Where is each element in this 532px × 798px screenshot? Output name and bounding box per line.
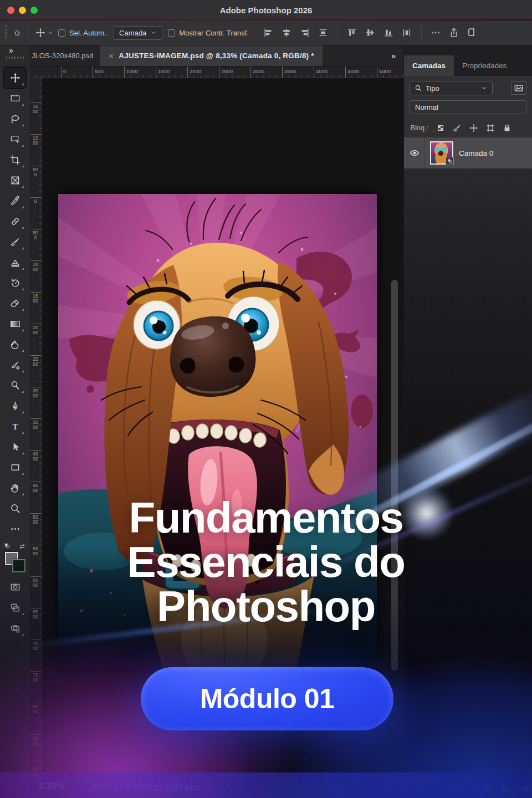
window-title: Adobe Photoshop 2026 xyxy=(0,6,532,15)
zoom-level-field[interactable]: 8.33% xyxy=(39,781,64,791)
align-left-button[interactable] xyxy=(261,25,276,40)
ruler-tick-label: 3000 xyxy=(33,388,38,398)
crop-tool-icon xyxy=(10,155,21,165)
ruler-tick-label: 0 xyxy=(33,199,38,204)
panel-tabs: Camadas Propriedades xyxy=(404,55,532,76)
show-transform-checkbox[interactable] xyxy=(168,29,175,37)
workspace-button[interactable] xyxy=(467,27,474,39)
close-tab-icon[interactable]: × xyxy=(109,51,114,60)
lock-paint-icon[interactable] xyxy=(453,124,462,132)
healing-brush-tool[interactable] xyxy=(4,211,26,232)
status-expand-chevron[interactable]: › xyxy=(207,781,211,793)
distribute-v-icon xyxy=(402,28,412,38)
ruler-tick-label: 8000 xyxy=(33,704,38,714)
gradient-tool[interactable] xyxy=(4,314,26,334)
dodge-tool-icon xyxy=(10,380,21,391)
tools-panel: T xyxy=(0,66,30,798)
share-button[interactable] xyxy=(447,25,462,40)
ruler-tick-label: 1500 xyxy=(33,294,38,304)
layer-row[interactable]: Camada 0 xyxy=(404,137,532,168)
auto-select-checkbox[interactable] xyxy=(58,29,65,37)
path-selection-tool-icon xyxy=(10,442,21,452)
smudge-tool[interactable] xyxy=(4,334,26,355)
ruler-tick xyxy=(30,703,42,703)
align-center-h-button[interactable] xyxy=(279,25,294,40)
object-selection-tool-icon xyxy=(10,134,21,145)
align-bottom-button[interactable] xyxy=(381,25,396,40)
ruler-tick xyxy=(30,450,42,451)
marquee-tool[interactable] xyxy=(4,88,26,109)
ruler-tick xyxy=(30,166,42,166)
object-selection-tool[interactable] xyxy=(4,129,26,150)
ruler-tick xyxy=(30,197,42,198)
mixer-brush-tool[interactable] xyxy=(4,355,26,375)
layer-filter-dropdown[interactable]: Tipo xyxy=(410,81,493,95)
tab-camadas[interactable]: Camadas xyxy=(404,55,454,76)
blend-mode-dropdown[interactable]: Normal xyxy=(410,100,526,114)
lock-transparency-icon[interactable] xyxy=(436,124,445,132)
ruler-tick-label: 3500 xyxy=(33,420,38,430)
slice-tool[interactable] xyxy=(4,170,26,191)
move-tool[interactable] xyxy=(4,68,26,88)
distribute-v-button[interactable] xyxy=(400,25,415,40)
ruler-tick-label: 5000 xyxy=(379,68,391,74)
lock-artboard-icon[interactable] xyxy=(486,124,495,132)
ruler-tick xyxy=(250,66,251,78)
add-mask-icon[interactable] xyxy=(521,784,531,794)
ruler-tick xyxy=(30,292,42,293)
toolbar-header: » xyxy=(0,45,30,66)
more-tabs-button[interactable]: » xyxy=(391,51,396,60)
layers-panel-footer: fx xyxy=(404,779,532,798)
layer-visibility-toggle[interactable] xyxy=(404,137,425,168)
type-tool[interactable]: T xyxy=(4,416,26,437)
dodge-tool[interactable] xyxy=(4,375,26,396)
path-selection-tool[interactable] xyxy=(4,437,26,457)
link-layers-icon[interactable] xyxy=(480,784,490,794)
eyedropper-tool[interactable] xyxy=(4,191,26,211)
move-tool-preset[interactable] xyxy=(33,25,56,40)
tab-active-document[interactable]: × AJUSTES-IMAGEM.psd @ 8,33% (Camada 0, … xyxy=(100,45,322,66)
layer-thumbnail[interactable] xyxy=(430,141,453,165)
ruler-tick xyxy=(219,66,219,78)
separator xyxy=(337,26,338,39)
pen-tool[interactable] xyxy=(4,396,26,416)
align-middle-button[interactable] xyxy=(363,25,378,40)
lock-position-icon[interactable] xyxy=(469,124,478,132)
layer-effects-button[interactable]: fx xyxy=(503,785,509,794)
tab-inactive-label: JLOS-320x480.psd xyxy=(32,52,93,60)
separator xyxy=(254,26,254,39)
align-center-h-icon xyxy=(282,28,291,38)
home-icon[interactable] xyxy=(12,27,23,38)
align-right-button[interactable] xyxy=(298,25,313,40)
auto-select-target-dropdown[interactable]: Camada xyxy=(114,26,162,40)
document-status-bar: 8.33% 5017 px x 7526 px (240 ppi) › xyxy=(0,776,403,798)
rectangle-tool[interactable] xyxy=(4,457,26,478)
mixer-brush-tool-icon xyxy=(10,360,21,370)
layers-panel: Camadas Propriedades Tipo Normal B xyxy=(403,45,532,798)
more-options-button[interactable] xyxy=(428,25,443,40)
ruler-tick xyxy=(314,66,314,78)
course-title: Fundamentos Essenciais do Photoshop xyxy=(0,495,532,628)
separator xyxy=(28,26,28,39)
separator xyxy=(421,26,422,39)
clone-stamp-tool[interactable] xyxy=(4,252,26,273)
eye-icon xyxy=(410,148,420,158)
workspace-icon xyxy=(467,27,474,38)
brush-tool[interactable] xyxy=(4,232,26,252)
tab-inactive-document[interactable]: JLOS-320x480.psd xyxy=(30,45,100,66)
ruler-tick-label: 1000 xyxy=(33,262,38,272)
crop-tool[interactable] xyxy=(4,150,26,170)
ruler-tick xyxy=(30,640,42,640)
history-brush-tool[interactable] xyxy=(4,273,26,293)
lock-all-icon[interactable] xyxy=(503,124,511,132)
titlebar: Adobe Photoshop 2026 xyxy=(0,0,532,21)
filter-by-image-button[interactable] xyxy=(511,81,526,95)
collapse-toolbar-button[interactable]: » xyxy=(9,46,13,55)
course-title-line3: Photoshop xyxy=(0,584,532,628)
align-top-button[interactable] xyxy=(345,25,360,40)
lasso-tool[interactable] xyxy=(4,109,26,129)
module-button[interactable]: Módulo 01 xyxy=(141,667,393,730)
tab-propriedades[interactable]: Propriedades xyxy=(454,55,515,76)
distribute-h-button[interactable] xyxy=(316,25,331,40)
eraser-tool[interactable] xyxy=(4,293,26,314)
